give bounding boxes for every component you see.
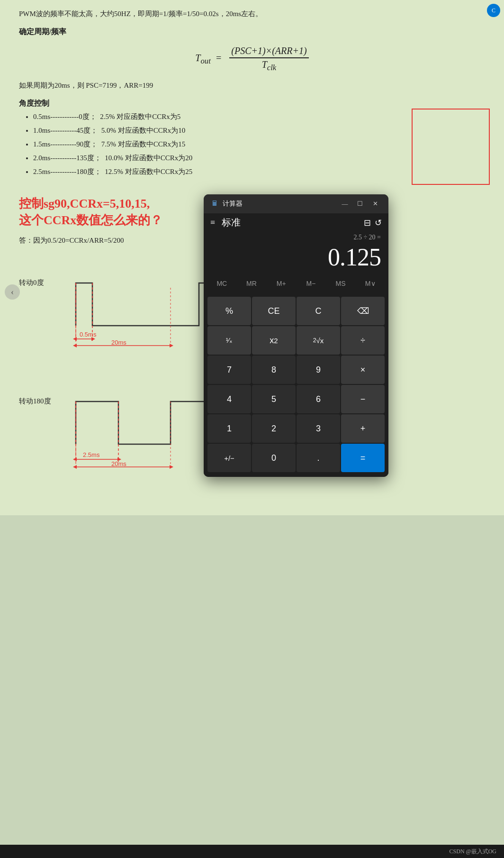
- section1-title: 确定周期/频率: [19, 27, 485, 37]
- close-button[interactable]: ✕: [369, 199, 382, 209]
- calculator-window: 🖩 计算器 — ☐ ✕ ≡ 标准 ⊟ ↺ 2.5 ÷ 20 = 0.125 MC…: [204, 194, 388, 477]
- calc-header: ≡ 标准 ⊟ ↺: [204, 213, 388, 232]
- angle-section: 角度控制 0.5ms------------0度； 2.5% 对应函数中CCRx…: [19, 99, 485, 181]
- waveform1-label: 转动0度: [19, 259, 57, 287]
- list-item: 0.5ms------------0度； 2.5% 对应函数中CCRx为5: [33, 112, 485, 121]
- calc-mode-label: 标准: [222, 216, 360, 229]
- eight-button[interactable]: 8: [252, 356, 296, 384]
- six-button[interactable]: 6: [297, 385, 340, 413]
- section2-title: 角度控制: [19, 99, 485, 109]
- equals-button[interactable]: =: [341, 444, 385, 472]
- mc-button[interactable]: MC: [207, 275, 236, 292]
- negate-button[interactable]: +/−: [207, 444, 251, 472]
- square-button[interactable]: x2: [252, 326, 296, 355]
- subtract-button[interactable]: −: [341, 385, 385, 413]
- csdn-symbol: C: [492, 7, 495, 14]
- add-button[interactable]: +: [341, 414, 385, 443]
- sqrt-button[interactable]: 2√x: [297, 326, 340, 355]
- two-button[interactable]: 2: [252, 414, 296, 443]
- four-button[interactable]: 4: [207, 385, 251, 413]
- mdown-button[interactable]: M∨: [356, 275, 385, 292]
- multiply-button[interactable]: ×: [341, 356, 385, 384]
- svg-marker-9: [73, 344, 77, 347]
- minimize-button[interactable]: —: [338, 199, 351, 209]
- svg-text:2.5ms: 2.5ms: [83, 451, 100, 458]
- decimal-button[interactable]: .: [297, 444, 340, 472]
- calc-title: 计算器: [223, 200, 338, 208]
- c-button[interactable]: C: [297, 297, 340, 325]
- zero-button[interactable]: 0: [252, 444, 296, 472]
- bottom-bar: CSDN @嵌入式OG: [0, 845, 504, 858]
- maximize-button[interactable]: ☐: [353, 199, 367, 209]
- hamburger-menu[interactable]: ≡: [210, 218, 215, 228]
- three-button[interactable]: 3: [297, 414, 340, 443]
- five-button[interactable]: 5: [252, 385, 296, 413]
- list-item: 1.0ms-----------45度； 5.0% 对应函数中CCRx为10: [33, 126, 485, 135]
- svg-marker-10: [170, 344, 173, 347]
- mplus-button[interactable]: M+: [267, 275, 296, 292]
- formula-numerator: (PSC+1)×(ARR+1): [229, 46, 308, 58]
- ms-button[interactable]: MS: [326, 275, 355, 292]
- divide-button[interactable]: ÷: [341, 326, 385, 355]
- window-controls[interactable]: — ☐ ✕: [338, 199, 382, 209]
- svg-text:0.5ms: 0.5ms: [80, 331, 97, 338]
- list-item: 2.5ms-----------180度； 12.5% 对应函数中CCRx为25: [33, 167, 485, 176]
- history-icon[interactable]: ↺: [375, 218, 382, 228]
- list-item: 2.0ms-----------135度； 10.0% 对应函数中CCRx为20: [33, 154, 485, 163]
- svg-text:20ms: 20ms: [111, 460, 126, 467]
- mr-button[interactable]: MR: [237, 275, 266, 292]
- list-item: 1.5ms-----------90度； 7.5% 对应函数中CCRx为15: [33, 140, 485, 149]
- reciprocal-button[interactable]: ¹∕ₓ: [207, 326, 251, 355]
- ce-button[interactable]: CE: [252, 297, 296, 325]
- angle-list: 0.5ms------------0度； 2.5% 对应函数中CCRx为5 1.…: [19, 112, 485, 176]
- one-button[interactable]: 1: [207, 414, 251, 443]
- percent-button[interactable]: %: [207, 297, 251, 325]
- calc-app-icon: 🖩: [210, 200, 219, 208]
- period-note: 如果周期为20ms，则 PSC=7199，ARR=199: [19, 81, 485, 90]
- bottom-bar-text: CSDN @嵌入式OG: [450, 848, 496, 856]
- svg-text:20ms: 20ms: [111, 339, 126, 346]
- calc-expression: 2.5 ÷ 20 =: [211, 234, 381, 243]
- mminus-button[interactable]: M−: [297, 275, 325, 292]
- svg-marker-17: [73, 457, 77, 461]
- seven-button[interactable]: 7: [207, 356, 251, 384]
- memory-icon[interactable]: ⊟: [364, 218, 371, 228]
- memory-row: MC MR M+ M− MS M∨: [204, 272, 388, 295]
- svg-marker-22: [170, 465, 173, 469]
- calc-display: 2.5 ÷ 20 = 0.125: [204, 232, 388, 272]
- formula-denominator: Tclk: [260, 58, 279, 73]
- waveform2-label: 转动180度: [19, 378, 57, 406]
- intro-paragraph: PWM波的频率不能太高，大约50HZ，即周期=1/频率=1/50=0.02s，2…: [19, 9, 485, 18]
- svg-marker-5: [73, 337, 77, 341]
- svg-marker-21: [73, 465, 77, 469]
- calc-result: 0.125: [211, 243, 381, 271]
- backspace-button[interactable]: ⌫: [341, 297, 385, 325]
- nine-button[interactable]: 9: [297, 356, 340, 384]
- calc-titlebar: 🖩 计算器 — ☐ ✕: [204, 194, 388, 213]
- csdn-icon: C: [487, 4, 500, 17]
- calc-button-grid: % CE C ⌫ ¹∕ₓ x2 2√x ÷ 7 8 9 × 4 5 6 − 1 …: [204, 295, 388, 477]
- formula-block: Tout = (PSC+1)×(ARR+1) Tclk: [19, 46, 485, 73]
- nav-left-arrow[interactable]: ‹: [5, 284, 20, 300]
